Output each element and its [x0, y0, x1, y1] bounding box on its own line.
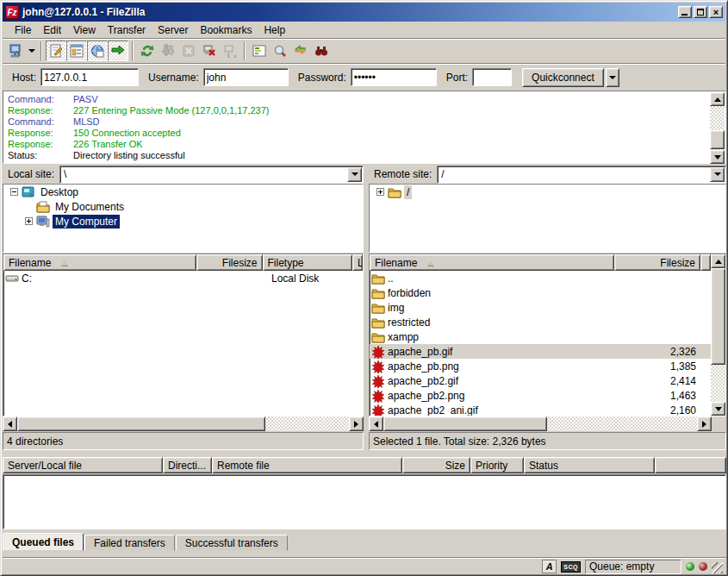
expand-icon[interactable]	[376, 188, 384, 196]
reconnect-button[interactable]	[220, 41, 240, 61]
column-header-lastmodified[interactable]: L	[352, 254, 363, 271]
scroll-right-button[interactable]	[349, 416, 364, 431]
scroll-up-button[interactable]	[710, 92, 725, 106]
local-site-dropdown[interactable]	[347, 167, 362, 182]
chevron-down-icon	[352, 172, 358, 176]
expand-icon[interactable]	[25, 217, 33, 225]
remote-tree-icon	[90, 44, 104, 58]
column-header-server-local-file[interactable]: Server/Local file	[3, 457, 163, 473]
tab-failed-transfers[interactable]: Failed transfers	[84, 535, 175, 551]
collapse-icon[interactable]	[10, 188, 18, 196]
scroll-down-button[interactable]	[711, 402, 725, 416]
remote-site-dropdown[interactable]	[710, 167, 725, 182]
column-header-priority[interactable]: Priority	[470, 457, 524, 473]
column-header-filetype[interactable]: Filetype	[263, 254, 353, 271]
scroll-down-button[interactable]	[710, 150, 725, 164]
desktop-icon	[22, 185, 35, 199]
username-input[interactable]	[203, 68, 289, 86]
toggle-message-log-button[interactable]	[46, 41, 66, 61]
cancel-operation-button[interactable]	[178, 41, 199, 61]
folder-icon	[371, 286, 385, 300]
menu-view[interactable]: View	[67, 23, 102, 37]
drive-icon	[5, 272, 19, 285]
file-row[interactable]: forbidden	[370, 285, 711, 300]
column-header-status[interactable]: Status	[524, 457, 655, 473]
title-bar[interactable]: Fz john@127.0.0.1 - FileZilla ×	[3, 3, 725, 22]
site-manager-dropdown[interactable]	[27, 41, 37, 61]
tree-item-my-computer[interactable]: My Computer	[3, 214, 363, 229]
scroll-thumb[interactable]	[17, 416, 265, 431]
site-manager-button[interactable]	[6, 41, 27, 61]
scroll-thumb[interactable]	[383, 416, 547, 431]
directory-filters-button[interactable]	[249, 41, 270, 61]
local-site-combo[interactable]: \	[59, 166, 364, 184]
menu-edit[interactable]: Edit	[37, 23, 67, 37]
remote-hscrollbar[interactable]	[369, 416, 712, 431]
scroll-up-button[interactable]	[711, 254, 725, 268]
tab-successful-transfers[interactable]: Successful transfers	[176, 535, 288, 551]
file-row[interactable]: apache_pb2.png 1,463	[370, 388, 711, 403]
toggle-transfer-queue-button[interactable]	[108, 41, 128, 61]
menu-transfer[interactable]: Transfer	[102, 23, 152, 37]
file-row[interactable]: ..	[370, 271, 711, 285]
quickconnect-button[interactable]: Quickconnect	[522, 68, 604, 87]
column-header-filename[interactable]: Filename	[3, 254, 196, 271]
scq-indicator-icon[interactable]: SCQ	[561, 561, 581, 573]
scroll-left-button[interactable]	[369, 416, 383, 431]
column-header-filename[interactable]: Filename	[370, 254, 614, 271]
scroll-left-button[interactable]	[3, 416, 17, 431]
maximize-icon	[697, 9, 704, 16]
folder-icon	[371, 316, 385, 329]
remote-status: Selected 1 file. Total size: 2,326 bytes	[369, 432, 726, 450]
file-row[interactable]: apache_pb2.gif 2,414	[370, 373, 711, 388]
menu-server[interactable]: Server	[152, 23, 194, 37]
remote-vscrollbar[interactable]	[711, 254, 725, 416]
disconnect-button[interactable]	[199, 41, 220, 61]
synchronized-browsing-button[interactable]	[290, 41, 311, 61]
menu-file[interactable]: File	[9, 23, 37, 37]
file-row[interactable]: xampp	[370, 329, 711, 344]
resize-grip[interactable]	[712, 562, 723, 573]
tree-item-my-documents[interactable]: My Documents	[3, 199, 363, 214]
refresh-button[interactable]	[137, 41, 158, 61]
toggle-local-tree-button[interactable]	[66, 41, 87, 61]
scroll-right-button[interactable]	[697, 416, 712, 431]
file-row-c-drive[interactable]: C: Local Disk	[3, 271, 363, 285]
quickconnect-bar: Host: Username: Password: Port: Quickcon…	[3, 63, 725, 91]
column-header-direction[interactable]: Directi...	[163, 457, 212, 473]
file-row[interactable]: img	[370, 300, 711, 315]
tab-queued-files[interactable]: Queued files	[3, 533, 84, 551]
transfer-type-indicator[interactable]: A	[542, 560, 557, 573]
remote-site-combo[interactable]: /	[437, 166, 726, 184]
tree-item-desktop[interactable]: Desktop	[3, 185, 363, 199]
local-hscrollbar[interactable]	[3, 416, 364, 431]
maximize-button[interactable]	[694, 6, 707, 18]
cancel-icon	[182, 44, 196, 58]
file-row-selected[interactable]: apache_pb.gif 2,326	[370, 344, 711, 359]
file-row[interactable]: apache_pb2_ani.gif 2,160	[370, 403, 711, 416]
file-row[interactable]: restricted	[370, 315, 711, 329]
column-header-remote-file[interactable]: Remote file	[212, 457, 402, 473]
scroll-thumb[interactable]	[710, 130, 725, 149]
column-header-filesize[interactable]: Filesize	[196, 254, 263, 271]
tree-item-root[interactable]: /	[370, 185, 725, 199]
scroll-thumb[interactable]	[711, 268, 725, 365]
password-input[interactable]	[351, 68, 437, 86]
directory-comparison-button[interactable]	[270, 41, 290, 61]
menu-help[interactable]: Help	[258, 23, 291, 37]
toggle-remote-tree-button[interactable]	[87, 41, 108, 61]
minimize-button[interactable]	[678, 6, 692, 18]
arrow-right-icon	[702, 421, 706, 428]
column-header-filesize[interactable]: Filesize	[614, 254, 700, 271]
quickconnect-dropdown[interactable]	[606, 68, 619, 87]
close-button[interactable]: ×	[709, 6, 723, 18]
host-input[interactable]	[40, 68, 139, 86]
port-input[interactable]	[472, 68, 512, 86]
file-row[interactable]: apache_pb.png 1,385	[370, 359, 711, 373]
documents-folder-icon	[36, 200, 50, 214]
log-scrollbar[interactable]	[710, 92, 725, 164]
column-header-size[interactable]: Size	[402, 457, 470, 473]
find-files-button[interactable]	[311, 41, 332, 61]
process-queue-button[interactable]	[158, 41, 178, 61]
menu-bookmarks[interactable]: Bookmarks	[194, 23, 258, 37]
